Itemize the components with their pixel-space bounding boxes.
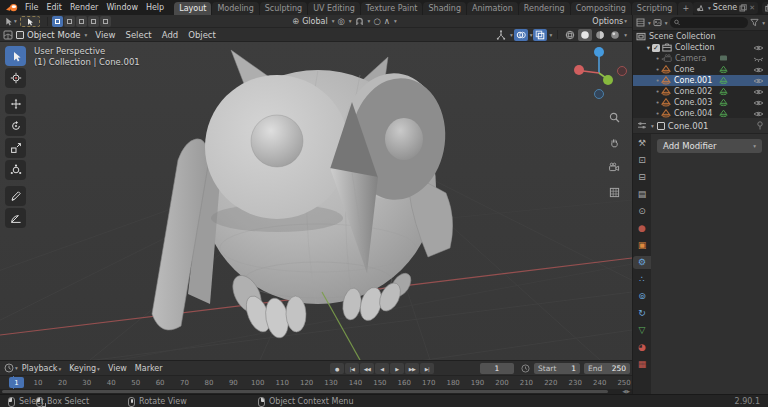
play-reverse-button[interactable]: ◀ (375, 363, 389, 374)
workspace-tab-animation[interactable]: Animation (467, 2, 518, 15)
current-frame-field[interactable]: 1 (480, 363, 514, 374)
timeline-menu-keying[interactable]: Keying▾ (65, 364, 104, 373)
viewport-canvas[interactable] (0, 42, 632, 360)
prev-keyframe-button[interactable]: ◀◀ (360, 363, 374, 374)
cursor-tool-button[interactable] (5, 68, 26, 88)
camera-view-icon[interactable] (608, 162, 620, 175)
viewport-menu-object[interactable]: Object (183, 30, 221, 40)
measure-tool-button[interactable] (5, 208, 26, 228)
outliner-row-cone[interactable]: •Cone (633, 64, 768, 75)
workspace-tab-compositing[interactable]: Compositing (571, 2, 631, 15)
topbar-menu-render[interactable]: Render (66, 3, 102, 12)
properties-editor-icon[interactable] (637, 121, 647, 130)
properties-tab-material[interactable]: ◕ (635, 341, 650, 354)
zoom-icon[interactable] (609, 112, 620, 125)
workspace-tab-scripting[interactable]: Scripting (632, 2, 678, 15)
visibility-eye-open-icon[interactable] (753, 88, 764, 96)
timeline-menu-playback[interactable]: Playback▾ (18, 364, 65, 373)
jump-end-button[interactable]: ▶| (420, 363, 434, 374)
overlays-toggle-icon[interactable] (514, 29, 528, 41)
outliner-display-mode-icon[interactable] (636, 18, 645, 27)
properties-tab-view-layer[interactable]: ▤ (635, 188, 650, 201)
frame-end-field[interactable]: End 250 (584, 363, 630, 374)
playhead[interactable]: 1 (9, 377, 24, 388)
3d-viewport[interactable]: User Perspective (1) Collection | Cone.0… (0, 42, 632, 360)
outliner-filter-mode-icon[interactable] (653, 18, 662, 27)
properties-tab-tool[interactable]: ⚒ (635, 137, 650, 150)
topbar-menu-edit[interactable]: Edit (42, 3, 66, 12)
viewport-menu-select[interactable]: Select (120, 30, 156, 40)
shading-material-icon[interactable] (593, 29, 607, 41)
show-gizmo-icon[interactable] (494, 29, 508, 41)
move-tool-button[interactable] (5, 94, 26, 114)
add-modifier-button[interactable]: Add Modifier ▾ (657, 139, 762, 153)
timeline-menu-view[interactable]: View (104, 364, 131, 373)
pan-hand-icon[interactable] (609, 137, 620, 150)
blender-logo[interactable] (5, 2, 19, 13)
properties-tab-modifiers[interactable]: ⚙ (633, 256, 651, 269)
editor-type-icon[interactable] (3, 30, 13, 40)
annotate-tool-button[interactable] (5, 186, 26, 206)
select-mode-set[interactable] (52, 16, 63, 27)
visibility-eye-open-icon[interactable] (753, 77, 764, 85)
timeline-menu-marker[interactable]: Marker (131, 364, 167, 373)
timeline-ruler[interactable]: 1 10203040506070809010011012013014015016… (0, 376, 632, 389)
view-layer-selector[interactable]: ▾ View Layer ✕ (762, 2, 768, 14)
select-mode-extend[interactable] (64, 16, 75, 27)
properties-tab-texture[interactable]: ▦ (635, 358, 650, 371)
outliner-row-cone-003[interactable]: •Cone.003 (633, 97, 768, 108)
visibility-eye-open-icon[interactable] (753, 44, 764, 52)
select-mode-subtract[interactable] (76, 16, 87, 27)
shading-solid-icon[interactable] (578, 29, 592, 41)
outliner-row-cone-002[interactable]: •Cone.002 (633, 86, 768, 97)
properties-tab-render[interactable]: ⊡ (635, 154, 650, 167)
mode-selector[interactable]: Object Mode ▾ (13, 30, 90, 40)
workspace-tab-uv-editing[interactable]: UV Editing (308, 2, 360, 15)
falloff-icon[interactable]: ∧ (384, 16, 390, 26)
navigation-gizmo[interactable] (574, 47, 627, 99)
topbar-menu-window[interactable]: Window (102, 3, 142, 12)
visibility-eye-closed-icon[interactable] (753, 55, 764, 63)
pin-icon[interactable] (756, 121, 764, 130)
pivot-point-icon[interactable]: ◎ (337, 16, 344, 26)
properties-tab-particles[interactable]: ∴ (635, 273, 650, 286)
workspace-tab-shading[interactable]: Shading (423, 2, 466, 15)
viewport-menu-add[interactable]: Add (157, 30, 183, 40)
workspace-tab--[interactable]: + (678, 2, 693, 15)
properties-tab-constraints[interactable]: ↻ (635, 307, 650, 320)
properties-tab-object[interactable]: ▣ (635, 239, 650, 252)
topbar-menu-help[interactable]: Help (142, 3, 168, 12)
workspace-tab-layout[interactable]: Layout (174, 2, 211, 15)
rotate-tool-button[interactable] (5, 116, 26, 136)
viewport-menu-view[interactable]: View (90, 30, 120, 40)
unlink-scene-icon[interactable]: ✕ (749, 4, 755, 12)
outliner-row-camera[interactable]: •Camera (633, 53, 768, 64)
select-mode-invert[interactable] (88, 16, 99, 27)
scale-tool-button[interactable] (5, 138, 26, 158)
shading-rendered-icon[interactable] (608, 29, 622, 41)
disclosure-triangle-icon[interactable]: ▾ (645, 44, 652, 52)
proportional-editing-icon[interactable]: ○ (373, 16, 380, 26)
frame-start-field[interactable]: Start 1 (534, 363, 580, 374)
new-scene-icon[interactable] (739, 4, 747, 12)
scene-selector[interactable]: ▾ Scene ✕ (693, 2, 758, 14)
scrollbar-thumb[interactable] (2, 390, 608, 393)
properties-tab-object-data[interactable]: ▽ (635, 324, 650, 337)
xray-toggle-icon[interactable] (533, 29, 547, 41)
shading-wireframe-icon[interactable] (563, 29, 577, 41)
outliner-search[interactable] (670, 17, 749, 28)
visibility-eye-open-icon[interactable] (753, 66, 764, 74)
options-dropdown[interactable]: Options ▾ (592, 17, 627, 26)
outliner-row-cone-004[interactable]: •Cone.004 (633, 108, 768, 118)
transform-tool-button[interactable] (5, 160, 26, 180)
search-input[interactable] (682, 18, 745, 27)
workspace-tab-modeling[interactable]: Modeling (212, 2, 258, 15)
properties-tab-physics[interactable]: ⊚ (635, 290, 650, 303)
filter-funnel-icon[interactable] (750, 18, 759, 27)
properties-tab-world[interactable]: ● (635, 222, 650, 235)
workspace-tab-texture-paint[interactable]: Texture Paint (361, 2, 423, 15)
outliner-row-collection[interactable]: ▾✓Collection (633, 42, 768, 53)
visibility-eye-open-icon[interactable] (753, 110, 764, 118)
transform-orientation[interactable]: Global (302, 17, 328, 26)
orthographic-grid-icon[interactable] (609, 187, 620, 200)
